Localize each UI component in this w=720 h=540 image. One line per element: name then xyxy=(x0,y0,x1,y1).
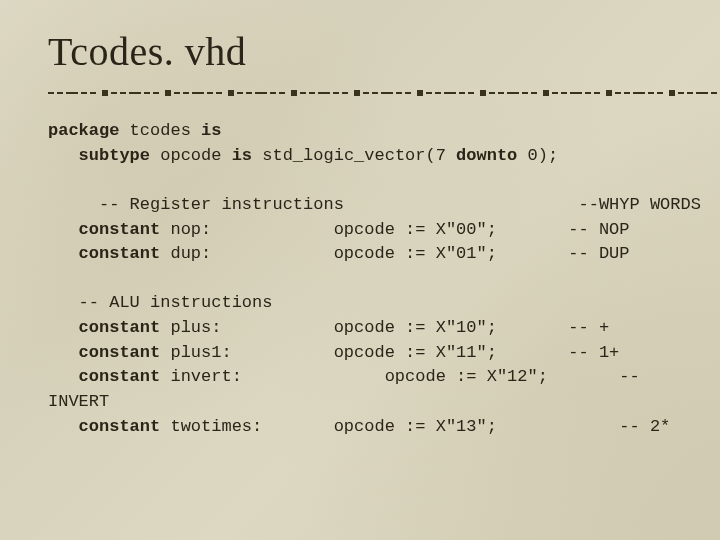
txt-invert: invert: opcode := X"12"; -- xyxy=(160,367,639,386)
kw-downto: downto xyxy=(456,146,517,165)
kw-package: package xyxy=(48,121,119,140)
pad xyxy=(48,367,79,386)
kw-constant: constant xyxy=(79,367,161,386)
kw-is: is xyxy=(232,146,252,165)
txt: opcode xyxy=(150,146,232,165)
kw-subtype: subtype xyxy=(79,146,150,165)
comment-alu: -- ALU instructions xyxy=(48,293,272,312)
txt-nop: nop: opcode := X"00"; -- NOP xyxy=(160,220,629,239)
txt: std_logic_vector(7 xyxy=(252,146,456,165)
txt-plus: plus: opcode := X"10"; -- + xyxy=(160,318,609,337)
kw-constant: constant xyxy=(79,220,161,239)
pad xyxy=(48,318,79,337)
kw-constant: constant xyxy=(79,244,161,263)
txt: tcodes xyxy=(119,121,201,140)
txt-twotimes: twotimes: opcode := X"13"; -- 2* xyxy=(160,417,670,436)
pad xyxy=(48,417,79,436)
pad xyxy=(48,146,79,165)
code-block: package tcodes is subtype opcode is std_… xyxy=(48,119,680,439)
txt-dup: dup: opcode := X"01"; -- DUP xyxy=(160,244,629,263)
kw-is: is xyxy=(201,121,221,140)
pad xyxy=(48,220,79,239)
title-divider xyxy=(48,89,680,97)
txt-invert-wrap: INVERT xyxy=(48,392,109,411)
txt-plus1: plus1: opcode := X"11"; -- 1+ xyxy=(160,343,619,362)
slide-container: Tcodes. vhd package tcodes is subtype op… xyxy=(0,0,720,540)
comment-register: -- Register instructions --WHYP WORDS xyxy=(48,195,701,214)
kw-constant: constant xyxy=(79,318,161,337)
pad xyxy=(48,343,79,362)
txt: 0); xyxy=(517,146,558,165)
kw-constant: constant xyxy=(79,343,161,362)
pad xyxy=(48,244,79,263)
kw-constant: constant xyxy=(79,417,161,436)
page-title: Tcodes. vhd xyxy=(48,28,680,75)
